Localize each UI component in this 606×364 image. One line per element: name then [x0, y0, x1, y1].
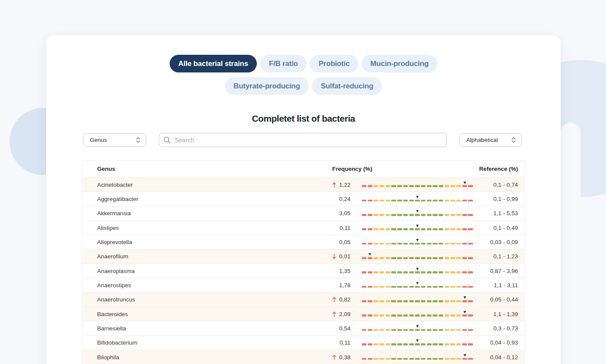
gauge-dash-yellow	[450, 286, 455, 288]
genus-cell: Bilophila	[82, 354, 315, 361]
filter-pill-probiotic[interactable]: Probiotic	[310, 55, 358, 72]
table-row[interactable]: Barnesiella0,540,3 - 0,73	[82, 321, 524, 336]
sort-select-value: Alphabetical	[460, 137, 498, 143]
gauge-dash-yellow	[450, 243, 455, 245]
table-row[interactable]: Anaerotruncus0,820,05 - 0,44	[82, 293, 524, 307]
gauge-dash-green	[432, 343, 437, 345]
gauge-dash-yellow	[445, 286, 449, 288]
gauge-dash-yellow	[450, 314, 455, 317]
gauge-dash-green	[403, 271, 408, 273]
table-row[interactable]: Bilophila0,380,04 - 0,12	[82, 350, 524, 364]
gauge-dash-red	[368, 185, 372, 187]
genus-cell: Bacteroides	[82, 311, 315, 317]
table-row[interactable]: Alloprevotella0,050,03 - 0,09	[82, 235, 524, 249]
frequency-value: 0,82	[339, 296, 350, 303]
gauge-dash-green	[439, 329, 443, 331]
table-row[interactable]: Anaerostipes1,781,1 - 3,11	[82, 278, 524, 292]
gauge-dash-green	[391, 214, 396, 216]
gauge-dash-green	[391, 185, 396, 187]
frequency-value: 0,11	[340, 339, 350, 346]
gauge-dash-yellow	[450, 214, 455, 216]
gauge-scale	[362, 214, 473, 216]
filter-pill-mucin-producing[interactable]: Mucin-producing	[362, 55, 437, 72]
table-row[interactable]: Anaeroplasma1,350,87 - 3,96	[82, 264, 524, 278]
table-row[interactable]: Bacteroides2,091,1 - 1,39	[82, 307, 524, 321]
gauge-dash-green	[415, 257, 420, 259]
unfold-chevron-icon	[511, 137, 521, 143]
gauge-dash-green	[432, 314, 437, 317]
frequency-gauge	[362, 293, 473, 307]
sort-select[interactable]: Alphabetical	[459, 133, 522, 147]
gauge-scale	[362, 329, 473, 331]
gauge-dash-yellow	[445, 228, 449, 230]
gauge-dash-red	[462, 329, 467, 331]
table-row[interactable]: Anaerofilum0,010,1 - 1,23	[82, 250, 524, 264]
table-row[interactable]: Acinetobacter1,220,1 - 0,74	[82, 178, 524, 192]
table-row[interactable]: Bifidobacterium0,110,04 - 0,93	[82, 336, 524, 350]
gauge-dash-yellow	[385, 314, 390, 317]
frequency-gauge	[362, 221, 473, 235]
frequency-value: 0,24	[339, 196, 350, 202]
gauge-dash-yellow	[445, 358, 449, 360]
gauge-dash-yellow	[379, 343, 384, 345]
gauge-dash-red	[368, 271, 372, 273]
gauge-scale	[362, 300, 473, 302]
gauge-dash-green	[421, 228, 426, 230]
gauge-dash-yellow	[456, 314, 461, 317]
table-row[interactable]: Alistipes0,110,1 - 0,49	[82, 221, 524, 235]
gauge-dash-red	[362, 300, 366, 302]
gauge-dash-red	[462, 300, 467, 302]
gauge-dash-red	[468, 271, 473, 273]
gauge-dash-yellow	[373, 257, 378, 259]
table-row[interactable]: Aggregatibacter0,240,1 - 0,99	[82, 192, 524, 206]
gauge-dash-green	[409, 271, 414, 273]
gauge-scale	[362, 228, 473, 230]
gauge-dash-red	[362, 314, 366, 317]
group-select[interactable]: Genus	[83, 133, 146, 147]
frequency-value: 1,78	[339, 282, 350, 289]
gauge-dash-yellow	[385, 200, 390, 202]
gauge-dash-red	[362, 329, 366, 331]
filter-pill-sulfat-reducing[interactable]: Sulfat-reducing	[312, 77, 382, 95]
gauge-dash-green	[421, 257, 426, 259]
gauge-dash-green	[427, 300, 432, 302]
frequency-cell: 0,11	[315, 225, 350, 231]
gauge-dash-red	[462, 314, 467, 317]
gauge-scale	[362, 185, 473, 187]
genus-cell: Barnesiella	[82, 325, 315, 332]
filter-pill-butyrate-producing[interactable]: Butyrate-producing	[225, 77, 309, 95]
gauge-dash-green	[409, 200, 414, 202]
gauge-marker-icon	[369, 253, 371, 256]
gauge-dash-red	[368, 257, 372, 259]
gauge-dash-yellow	[385, 228, 390, 230]
gauge-dash-red	[368, 343, 372, 345]
table-row[interactable]: Akkermansia3,051,1 - 5,53	[82, 207, 524, 221]
gauge-dash-green	[421, 243, 426, 245]
gauge-dash-green	[391, 228, 396, 230]
reference-cell: 1,1 - 3,11	[473, 282, 524, 289]
filter-pill-f-b-ratio[interactable]: F/B ratio	[260, 55, 306, 72]
gauge-dash-green	[397, 329, 402, 331]
gauge-dash-yellow	[450, 200, 455, 202]
gauge-dash-red	[362, 271, 366, 273]
gauge-dash-yellow	[456, 358, 461, 360]
gauge-dash-red	[362, 243, 366, 245]
gauge-dash-red	[368, 358, 372, 360]
gauge-dash-green	[421, 214, 426, 216]
gauge-dash-green	[432, 286, 437, 288]
gauge-dash-green	[415, 185, 420, 187]
search-input[interactable]	[175, 137, 442, 144]
gauge-dash-red	[368, 214, 372, 216]
frequency-cell: 0,54	[315, 325, 350, 332]
gauge-dash-green	[397, 214, 402, 216]
gauge-dash-yellow	[385, 329, 390, 331]
gauge-dash-green	[432, 329, 437, 331]
gauge-dash-green	[421, 314, 426, 317]
frequency-value: 3,05	[339, 210, 350, 217]
gauge-dash-red	[462, 185, 467, 187]
gauge-dash-green	[403, 286, 408, 288]
gauge-dash-yellow	[373, 185, 378, 187]
frequency-cell: 0,11	[315, 339, 350, 346]
filter-pill-alle-bacterial-strains[interactable]: Alle bacterial strains	[170, 55, 257, 72]
gauge-dash-green	[409, 329, 414, 331]
